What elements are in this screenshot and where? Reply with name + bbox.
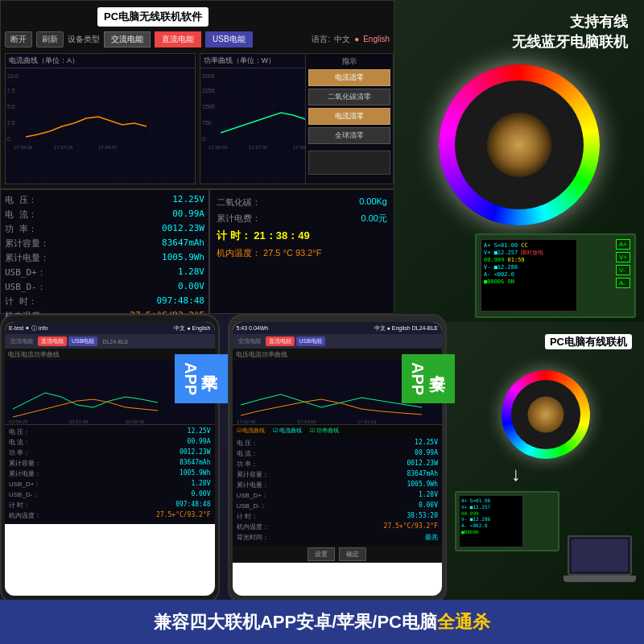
android-legend: ☑ 电流曲线 ☑ 电流曲线 ☑ 功率曲线 (233, 425, 443, 436)
svg-text:5.0: 5.0 (7, 104, 15, 109)
power-value: 0012.23W (162, 223, 204, 235)
small-ring-container (502, 370, 590, 459)
cost-label: 累计电费： (217, 213, 261, 225)
svg-text:7.5: 7.5 (7, 88, 15, 93)
connector-a-plus: A+ (616, 239, 630, 250)
capacity-value: 83647mAh (162, 237, 204, 250)
pc-software-title: PC电脑无线联机软件 (97, 7, 208, 27)
usbdp-value: 1.28V (178, 266, 204, 279)
android-data-timer: 计 时：38:53:20 (237, 512, 439, 521)
current-chart-canvas: 10.0 7.5 5.0 2.5 0 17:36:29 17:37:29 17:… (6, 68, 195, 184)
apple-tab-dl24[interactable]: DL24-BLE (99, 338, 131, 345)
wired-title-badge: PC电脑有线联机 (545, 334, 632, 349)
ring-center (487, 113, 551, 177)
android-data-current: 电 流：00.99A (237, 449, 439, 458)
svg-text:17:43:00: 17:43:00 (297, 419, 316, 424)
apple-data-timer: 计 时：097:48:48 (9, 501, 211, 510)
apple-tabs[interactable]: 交流电能 直流电能 USB电能 DL24-BLE (5, 334, 215, 349)
android-tab-usb[interactable]: USB电能 (296, 336, 325, 346)
device-type-label: 设备类型 (68, 34, 100, 45)
android-data-temp: 机内温度：27.5+°C/93.2°F (237, 522, 439, 531)
data-current-row: 电 流： 00.99A (5, 208, 204, 221)
svg-text:2250: 2250 (202, 88, 215, 93)
data-capacity-row: 累计容量： 83647mAh (5, 237, 204, 250)
indicator-panel: 指示 电流适零 二氧化碳清零 电流清零 全球清零 (305, 53, 394, 184)
timer-value: 21：38：49 (254, 229, 309, 242)
android-tabs[interactable]: 交流电能 直流电能 USB电能 (233, 334, 443, 349)
lang-en[interactable]: English (363, 35, 390, 43)
bottom-banner: 兼容四大联机APP安卓/苹果/PC电脑全通杀 (0, 600, 644, 644)
svg-text:17:36:29: 17:36:29 (14, 145, 33, 150)
tab-dc-power[interactable]: 直流电能 (155, 31, 201, 47)
refresh-btn[interactable]: 刷新 (36, 31, 64, 47)
current-chart-svg: 10.0 7.5 5.0 2.5 0 17:36:29 17:37:29 17:… (6, 68, 195, 184)
right-bottom-panel: PC电脑有线联机 ↓ A+ S=01.00 V+ ■12.257 00.999 … (447, 322, 644, 600)
co2-clear-btn[interactable]: 二氧化碳清零 (308, 89, 390, 105)
apple-tab-dc[interactable]: 直流电能 (38, 336, 67, 346)
apple-tab-usb[interactable]: USB电能 (68, 336, 97, 346)
main-temp-row: 机内温度： 27.5 °C 93.2°F (217, 247, 387, 259)
svg-text:750: 750 (202, 120, 212, 126)
svg-text:17:37:32: 17:37:32 (249, 145, 268, 150)
data-usbdn-row: USB_D-： 0.00V (5, 281, 204, 293)
lang-zh[interactable]: 中文 (334, 34, 350, 45)
svg-text:2000: 2000 (202, 73, 215, 79)
apple-data-energy: 累计电量：1005.9Wh (9, 469, 211, 478)
svg-text:1500: 1500 (202, 104, 215, 109)
tab-ac-power[interactable]: 交流电能 (104, 31, 151, 47)
apple-data-capacity: 累计容量：83647mAh (9, 459, 211, 468)
data-panel: 电 压： 12.25V 电 流： 00.99A 功 率： 0012.23W 累计… (0, 189, 209, 314)
svg-text:17:42:40: 17:42:40 (237, 419, 256, 424)
wired-title: PC电脑有线联机 (545, 334, 632, 350)
svg-text:17:43:13: 17:43:13 (357, 419, 377, 424)
android-data-capacity: 累计容量：83647mAh (237, 470, 439, 479)
voltage-value: 12.25V (172, 194, 204, 206)
bottom-banner-text: 兼容四大联机APP安卓/苹果/PC电脑全通杀 (154, 610, 490, 634)
energy-value: 1005.9Wh (162, 252, 204, 264)
disconnect-btn[interactable]: 断开 (5, 31, 32, 47)
cost-row: 累计电费： 0.00元 (217, 213, 387, 225)
spcb-line-5: A- <002.0 (461, 522, 521, 529)
svg-text:03:57:29: 03:57:29 (69, 419, 89, 424)
current-clear-btn[interactable]: 电流清零 (308, 108, 390, 125)
language-section: 语言: 中文 ● English XTorch (312, 34, 390, 45)
ring-inner (455, 80, 584, 209)
apple-data-current: 电 流：00.99A (9, 438, 211, 447)
top-toolbar: 断开 刷新 设备类型 交流电能 直流电能 USB电能 语言: 中文 ● Engl… (5, 29, 390, 49)
svg-text:17:37:29: 17:37:29 (54, 145, 73, 150)
small-pcb: A+ S=01.00 V+ ■12.257 00.999 V- ■12.286 … (455, 491, 559, 551)
small-pcb-display: A+ S=01.00 V+ ■12.257 00.999 V- ■12.286 … (459, 495, 523, 547)
bottom-text-highlight: 全通杀 (437, 612, 490, 632)
data-energy-row: 累计电量： 1005.9Wh (5, 252, 204, 264)
android-app-label: 安卓APP (402, 354, 455, 403)
svg-text:0: 0 (202, 136, 205, 142)
pcb-display: A+ S=01.00 CC V+ ■12.257 限时放电 00.999 01:… (481, 239, 577, 312)
global-clear-btn[interactable]: 全球清零 (308, 127, 390, 144)
spcb-line-3: 00.999 (461, 510, 521, 517)
svg-text:17:36:54: 17:36:54 (208, 145, 228, 150)
android-buttons: 设置 确定 (233, 546, 443, 563)
right-top-panel: 支持有线 无线蓝牙电脑联机 A+ S=01.00 CC V+ ■12.257 限… (394, 0, 644, 322)
current-zero-btn[interactable]: 电流适零 (308, 69, 390, 86)
apple-tab-ac[interactable]: 交流电能 (7, 336, 36, 346)
android-tab-dc[interactable]: 直流电能 (266, 336, 295, 346)
small-glow-ring (502, 370, 590, 459)
cost-value: 0.00元 (361, 213, 387, 225)
android-settings-btn[interactable]: 设置 (308, 547, 335, 561)
android-tab-ac[interactable]: 交流电能 (235, 336, 264, 346)
current-label: 电 流： (5, 208, 37, 221)
wireless-line2: 无线蓝牙电脑联机 (512, 34, 628, 50)
tab-usb-power[interactable]: USB电能 (205, 31, 253, 47)
co2-row: 二氧化碳： 0.00Kg (217, 196, 387, 208)
android-data-energy: 累计电量：1005.9Wh (237, 481, 439, 489)
apple-lang: 中文 ● English (174, 324, 210, 332)
phones-section: 苹果APP E-test ✦ ⓘ info 中文 ● English 交流电能 … (0, 314, 447, 604)
android-confirm-btn[interactable]: 确定 (339, 547, 366, 561)
co2-panel: 二氧化碳： 0.00Kg 累计电费： 0.00元 计 时： 21：38：49 机… (209, 189, 394, 314)
laptop-screen-inner (572, 539, 628, 572)
energy-label: 累计电量： (5, 252, 49, 264)
pcb-line-4: V- ■12.286 (484, 264, 574, 271)
current-chart-panel: 电流曲线（单位：A） 10.0 7.5 5.0 2.5 (5, 53, 196, 184)
indicator-display (308, 151, 390, 175)
spcb-line-2: V+ ■12.257 (461, 504, 521, 510)
